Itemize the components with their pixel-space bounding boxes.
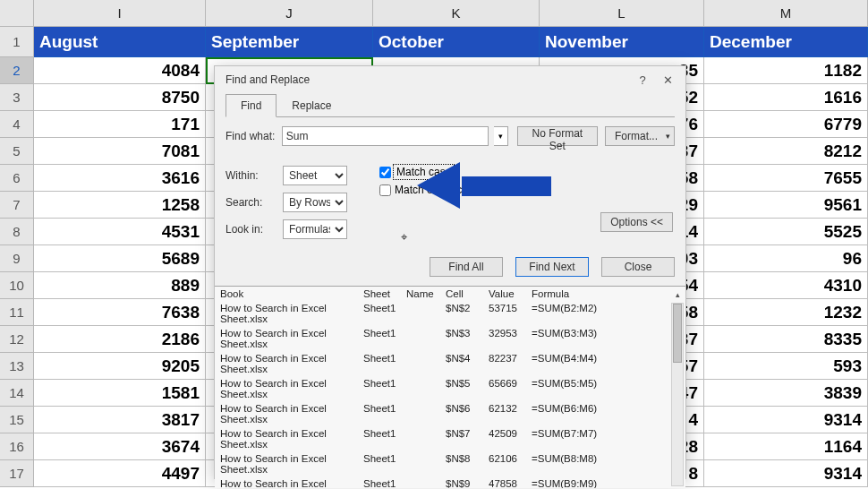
- cell[interactable]: 8212: [704, 138, 868, 165]
- row-header[interactable]: 13: [0, 353, 34, 380]
- results-row[interactable]: How to Search in Excel Sheet.xlsxSheet1$…: [215, 426, 685, 451]
- close-button[interactable]: Close: [601, 257, 675, 277]
- row-header[interactable]: 12: [0, 326, 34, 353]
- close-icon[interactable]: ✕: [655, 73, 680, 87]
- row-header[interactable]: 2: [0, 57, 34, 84]
- help-button[interactable]: ?: [630, 73, 655, 87]
- results-row[interactable]: How to Search in Excel Sheet.xlsxSheet1$…: [215, 326, 685, 351]
- col-header-j[interactable]: J: [206, 0, 373, 27]
- cell[interactable]: 9561: [704, 192, 868, 219]
- header-cell[interactable]: October: [373, 27, 540, 57]
- lookin-select[interactable]: Formulas: [283, 219, 347, 239]
- col-header-k[interactable]: K: [373, 0, 540, 27]
- cell[interactable]: 889: [34, 272, 206, 299]
- results-cell-book: How to Search in Excel Sheet.xlsx: [220, 353, 363, 374]
- cell[interactable]: 6779: [704, 111, 868, 138]
- cell[interactable]: 5689: [34, 245, 206, 272]
- results-cell-cell: $N$2: [446, 303, 489, 324]
- cell[interactable]: 8335: [704, 326, 868, 353]
- cell[interactable]: 1616: [704, 84, 868, 111]
- results-cell-value: 65669: [489, 378, 532, 399]
- col-header-m[interactable]: M: [704, 0, 868, 27]
- within-select[interactable]: Sheet: [283, 166, 347, 185]
- find-next-button[interactable]: Find Next: [515, 257, 589, 277]
- select-all-corner[interactable]: [0, 0, 34, 27]
- cell[interactable]: 1581: [34, 380, 206, 407]
- cell[interactable]: 1164: [704, 433, 868, 460]
- cell[interactable]: 8750: [34, 84, 206, 111]
- row-header[interactable]: 9: [0, 245, 34, 272]
- results-row[interactable]: How to Search in Excel Sheet.xlsxSheet1$…: [215, 476, 685, 488]
- cell[interactable]: 3817: [34, 407, 206, 433]
- row-header[interactable]: 5: [0, 138, 34, 165]
- results-row[interactable]: How to Search in Excel Sheet.xlsxSheet1$…: [215, 351, 685, 376]
- cell[interactable]: 7081: [34, 138, 206, 165]
- row-header[interactable]: 7: [0, 192, 34, 219]
- results-scrollbar[interactable]: [671, 303, 684, 486]
- cell[interactable]: 4531: [34, 219, 206, 245]
- options-button[interactable]: Options <<: [600, 212, 673, 232]
- cell[interactable]: 4084: [34, 57, 206, 84]
- cell[interactable]: 9314: [704, 460, 868, 487]
- cell[interactable]: 96: [704, 245, 868, 272]
- cell[interactable]: 3839: [704, 380, 868, 407]
- results-row[interactable]: How to Search in Excel Sheet.xlsxSheet1$…: [215, 301, 685, 326]
- scrollbar-thumb[interactable]: [673, 304, 682, 363]
- results-row[interactable]: How to Search in Excel Sheet.xlsxSheet1$…: [215, 401, 685, 426]
- cell[interactable]: 3616: [34, 165, 206, 192]
- col-header-i[interactable]: I: [34, 0, 206, 27]
- row-header-1[interactable]: 1: [0, 27, 34, 57]
- find-all-button[interactable]: Find All: [430, 257, 503, 277]
- dialog-titlebar[interactable]: Find and Replace ? ✕: [215, 66, 685, 93]
- cell[interactable]: 7655: [704, 165, 868, 192]
- row-header[interactable]: 17: [0, 460, 34, 487]
- cell[interactable]: 7638: [34, 299, 206, 326]
- row-header[interactable]: 8: [0, 219, 34, 245]
- th-name[interactable]: Name: [406, 288, 446, 299]
- chevron-down-icon[interactable]: ▾: [494, 126, 508, 146]
- row-header[interactable]: 3: [0, 84, 34, 111]
- cell[interactable]: 171: [34, 111, 206, 138]
- match-entire-label: Match entire cell contents: [395, 184, 516, 196]
- cell[interactable]: 4497: [34, 460, 206, 487]
- th-sheet[interactable]: Sheet: [363, 288, 406, 299]
- tab-find[interactable]: Find: [226, 94, 277, 117]
- header-cell[interactable]: August: [34, 27, 206, 57]
- col-header-l[interactable]: L: [540, 0, 704, 27]
- tab-replace[interactable]: Replace: [277, 94, 346, 117]
- cell[interactable]: 5525: [704, 219, 868, 245]
- header-cell[interactable]: December: [704, 27, 868, 57]
- th-value[interactable]: Value: [489, 288, 532, 299]
- results-row[interactable]: How to Search in Excel Sheet.xlsxSheet1$…: [215, 451, 685, 476]
- format-button[interactable]: Format...: [605, 126, 675, 146]
- cell[interactable]: 1182: [704, 57, 868, 84]
- header-cell[interactable]: November: [540, 27, 704, 57]
- row-header[interactable]: 11: [0, 299, 34, 326]
- cell[interactable]: 1258: [34, 192, 206, 219]
- th-formula[interactable]: Formula: [532, 288, 680, 299]
- find-what-input[interactable]: [282, 126, 489, 146]
- row-header[interactable]: 14: [0, 380, 34, 407]
- cell[interactable]: 9314: [704, 407, 868, 433]
- header-cell[interactable]: September: [206, 27, 373, 57]
- match-entire-checkbox[interactable]: [379, 184, 391, 196]
- row-header[interactable]: 16: [0, 433, 34, 460]
- row-header[interactable]: 6: [0, 165, 34, 192]
- row-header[interactable]: 10: [0, 272, 34, 299]
- results-cell-name: [406, 303, 446, 324]
- cell[interactable]: 4310: [704, 272, 868, 299]
- cell[interactable]: 2186: [34, 326, 206, 353]
- no-format-button[interactable]: No Format Set: [517, 126, 599, 146]
- cell[interactable]: 593: [704, 353, 868, 380]
- th-book[interactable]: Book: [220, 288, 363, 299]
- scroll-up-icon[interactable]: ▴: [671, 288, 684, 301]
- results-row[interactable]: How to Search in Excel Sheet.xlsxSheet1$…: [215, 376, 685, 401]
- row-header[interactable]: 4: [0, 111, 34, 138]
- cell[interactable]: 9205: [34, 353, 206, 380]
- row-header[interactable]: 15: [0, 407, 34, 433]
- cell[interactable]: 1232: [704, 299, 868, 326]
- match-case-checkbox[interactable]: [379, 167, 391, 178]
- search-select[interactable]: By Rows: [283, 193, 347, 212]
- cell[interactable]: 3674: [34, 433, 206, 460]
- th-cell[interactable]: Cell: [446, 288, 489, 299]
